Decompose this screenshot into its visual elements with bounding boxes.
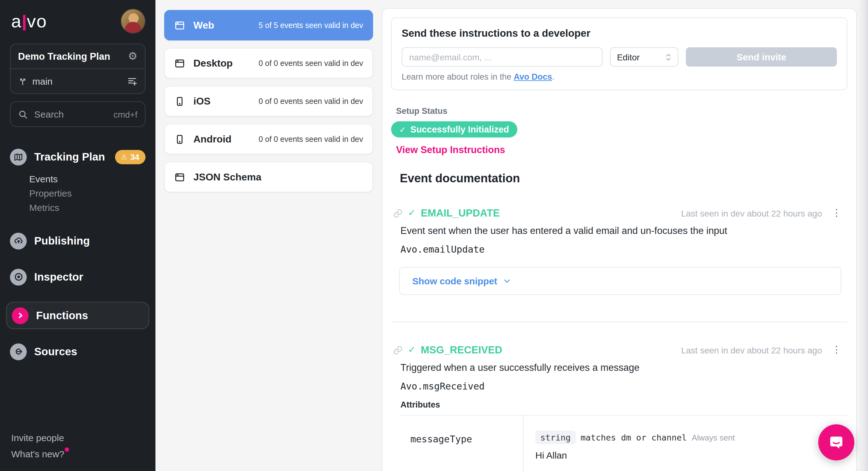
event-header-msg-received: ✓ MSG_RECEIVED Last seen in dev about 22… — [391, 344, 847, 356]
event-last-seen: Last seen in dev about 22 hours ago — [681, 208, 822, 218]
source-name: iOS — [193, 95, 211, 107]
sidebar-item-publishing[interactable]: Publishing — [0, 227, 155, 255]
event-last-seen: Last seen in dev about 22 hours ago — [681, 345, 822, 355]
search-input[interactable]: Search cmd+f — [10, 101, 146, 127]
invite-people-link[interactable]: Invite people — [11, 430, 69, 446]
user-avatar[interactable] — [121, 9, 146, 34]
invite-box-title: Send these instructions to a developer — [402, 27, 837, 39]
right-edge-gradient — [858, 0, 868, 471]
sources-label: Sources — [34, 345, 146, 358]
functions-label: Functions — [36, 309, 144, 322]
select-chevrons-icon — [665, 53, 672, 61]
role-select-value: Editor — [617, 52, 665, 62]
notification-dot-icon — [65, 447, 69, 452]
code-snippet-box: Show code snippet — [399, 267, 841, 295]
avo-docs-link[interactable]: Avo Docs — [514, 72, 552, 82]
whats-new-link[interactable]: What's new? — [11, 446, 69, 462]
tracking-plan-label: Tracking Plan — [34, 150, 115, 163]
link-icon[interactable] — [393, 345, 403, 355]
settings-gear-icon[interactable]: ⚙ — [128, 51, 138, 62]
sidebar-nav: Tracking Plan ⚠ 34 Events Properties Met… — [0, 143, 155, 365]
intercom-chat-button[interactable] — [818, 424, 854, 461]
source-card-json-schema[interactable]: JSON Schema — [164, 162, 373, 192]
event-name[interactable]: MSG_RECEIVED — [421, 344, 502, 356]
branch-row[interactable]: main — [10, 68, 145, 93]
inspector-label: Inspector — [34, 270, 146, 284]
role-select[interactable]: Editor — [610, 47, 678, 66]
source-status: 0 of 0 events seen valid in dev — [259, 97, 363, 106]
event-valid-check-icon: ✓ — [408, 208, 416, 218]
invite-email-input[interactable] — [402, 47, 602, 66]
view-setup-instructions-link[interactable]: View Setup Instructions — [396, 144, 847, 155]
setup-status-text: Successfully Initialized — [410, 124, 509, 135]
sidebar-item-metrics[interactable]: Metrics — [29, 200, 155, 215]
logo-letter-a: a — [11, 12, 22, 30]
attributes-heading: Attributes — [400, 400, 847, 409]
issues-badge[interactable]: ⚠ 34 — [115, 150, 146, 164]
tracking-plan-subnav: Events Properties Metrics — [0, 171, 155, 218]
learn-more-prefix: Learn more about roles in the — [402, 72, 514, 82]
workspace-row[interactable]: Demo Tracking Plan ⚙ — [10, 44, 145, 68]
branch-icon — [18, 77, 27, 86]
sources-list: Web 5 of 5 events seen valid in dev Desk… — [155, 0, 382, 471]
sidebar-item-inspector[interactable]: Inspector — [0, 263, 155, 291]
link-icon[interactable] — [393, 208, 403, 218]
sidebar-item-sources[interactable]: Sources — [0, 338, 155, 365]
sidebar-item-properties[interactable]: Properties — [29, 186, 155, 200]
workspace-name: Demo Tracking Plan — [18, 51, 128, 62]
whats-new-label: What's new? — [11, 449, 64, 459]
sources-link-icon — [10, 343, 27, 360]
send-invite-button[interactable]: Send invite — [686, 47, 837, 66]
attribute-row: messageType string matches dm or channel… — [391, 416, 847, 471]
inspector-lens-icon — [10, 268, 27, 285]
publishing-label: Publishing — [34, 234, 146, 247]
section-divider — [391, 322, 847, 322]
event-name[interactable]: EMAIL_UPDATE — [421, 207, 500, 219]
attribute-type-badge: string — [535, 431, 576, 444]
event-menu-icon[interactable]: ⋮ — [830, 207, 844, 219]
event-menu-icon[interactable]: ⋮ — [830, 344, 844, 356]
source-name: JSON Schema — [193, 171, 261, 183]
sidebar: a vo Demo Tracking Plan ⚙ main — [0, 0, 155, 471]
show-code-snippet-toggle[interactable]: Show code snippet — [412, 276, 511, 286]
sidebar-item-tracking-plan[interactable]: Tracking Plan ⚠ 34 — [0, 143, 155, 171]
phone-icon — [174, 95, 185, 107]
source-card-web[interactable]: Web 5 of 5 events seen valid in dev — [164, 10, 373, 40]
event-documentation-heading: Event documentation — [400, 172, 847, 185]
event-header-email-update: ✓ EMAIL_UPDATE Last seen in dev about 22… — [391, 207, 847, 219]
functions-arrow-icon — [12, 307, 29, 324]
warning-icon: ⚠ — [121, 153, 127, 160]
sidebar-item-functions[interactable]: Functions — [6, 302, 149, 329]
attribute-rule: matches dm or channel — [581, 433, 687, 442]
show-code-snippet-label: Show code snippet — [412, 276, 497, 286]
source-details-panel: Send these instructions to a developer E… — [382, 8, 857, 471]
event-code-name: Avo.msgReceived — [400, 381, 847, 392]
source-card-ios[interactable]: iOS 0 of 0 events seen valid in dev — [164, 86, 373, 116]
source-status: 0 of 0 events seen valid in dev — [259, 59, 363, 67]
learn-more-line: Learn more about roles in the Avo Docs. — [402, 72, 837, 82]
event-description: Triggered when a user successfully recei… — [400, 362, 847, 373]
attribute-presence: Always sent — [692, 433, 735, 442]
sidebar-item-events[interactable]: Events — [29, 172, 155, 186]
logo-pink-bar-icon — [23, 14, 26, 30]
source-card-desktop[interactable]: Desktop 0 of 0 events seen valid in dev — [164, 48, 373, 79]
check-icon: ✓ — [399, 125, 406, 134]
create-branch-icon[interactable] — [127, 76, 137, 87]
workspace-switcher: Demo Tracking Plan ⚙ main — [10, 43, 146, 94]
browser-icon — [174, 20, 185, 31]
search-placeholder: Search — [34, 109, 114, 119]
event-description: Event sent when the user has entered a v… — [400, 225, 847, 236]
invite-developer-box: Send these instructions to a developer E… — [391, 18, 847, 90]
avo-logo[interactable]: a vo — [11, 12, 47, 30]
setup-status-badge: ✓ Successfully Initialized — [391, 121, 517, 138]
map-icon — [10, 148, 27, 165]
source-card-android[interactable]: Android 0 of 0 events seen valid in dev — [164, 124, 373, 154]
setup-status-label: Setup Status — [396, 107, 847, 116]
search-icon — [18, 109, 28, 119]
source-status: 5 of 5 events seen valid in dev — [259, 21, 363, 30]
attribute-name: messageType — [410, 434, 472, 445]
source-name: Desktop — [193, 58, 232, 69]
logo-letters-vo: vo — [27, 12, 47, 30]
learn-more-suffix: . — [552, 72, 555, 82]
chevron-down-icon — [503, 277, 511, 285]
